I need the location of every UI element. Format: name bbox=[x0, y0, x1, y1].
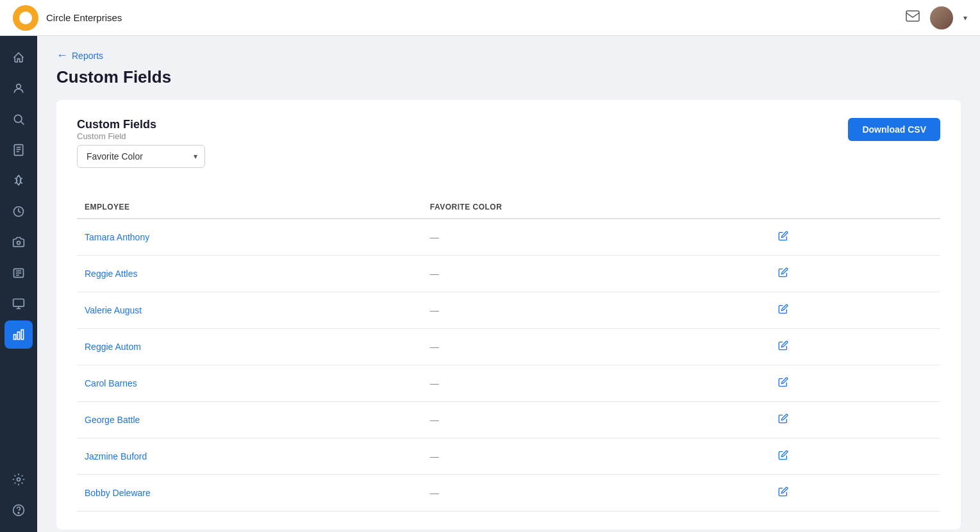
field-select-wrapper: Favorite Color Department Location ▾ bbox=[77, 145, 205, 168]
edit-button[interactable] bbox=[776, 228, 791, 246]
page-title: Custom Fields bbox=[56, 67, 961, 87]
sidebar-item-feedback[interactable] bbox=[4, 290, 33, 318]
sidebar bbox=[0, 36, 37, 532]
edit-button[interactable] bbox=[776, 265, 791, 283]
company-logo bbox=[13, 5, 38, 31]
employee-link[interactable]: Bobby Deleware bbox=[85, 488, 151, 498]
topbar: Circle Enterprises ▾ bbox=[0, 0, 980, 36]
action-cell bbox=[768, 329, 940, 365]
sidebar-item-timeoff[interactable] bbox=[4, 167, 33, 195]
employee-link[interactable]: Reggie Attles bbox=[85, 269, 138, 279]
table-row: Tamara Anthony — bbox=[77, 219, 940, 256]
avatar[interactable] bbox=[930, 6, 953, 29]
card-header: Custom Fields Custom Field Favorite Colo… bbox=[77, 118, 940, 183]
employee-cell: Valerie August bbox=[77, 292, 422, 329]
action-cell bbox=[768, 365, 940, 402]
action-cell bbox=[768, 292, 940, 329]
table-head: EMPLOYEE Favorite Color bbox=[77, 196, 940, 219]
app-body: ← Reports Custom Fields Custom Fields Cu… bbox=[0, 36, 980, 532]
breadcrumb-reports-link[interactable]: Reports bbox=[72, 51, 103, 61]
sidebar-item-people[interactable] bbox=[4, 74, 33, 103]
svg-rect-14 bbox=[13, 299, 24, 307]
company-name: Circle Enterprises bbox=[46, 12, 906, 23]
mail-icon[interactable] bbox=[906, 10, 920, 25]
edit-button[interactable] bbox=[776, 338, 791, 356]
svg-rect-16 bbox=[17, 332, 19, 340]
field-value: — bbox=[430, 305, 439, 315]
field-value: — bbox=[430, 378, 439, 388]
value-cell: — bbox=[422, 256, 768, 292]
value-cell: — bbox=[422, 219, 768, 256]
table-row: Jazmine Buford — bbox=[77, 438, 940, 475]
sidebar-item-search[interactable] bbox=[4, 105, 33, 133]
value-cell: — bbox=[422, 402, 768, 438]
action-cell bbox=[768, 402, 940, 438]
employee-cell: Bobby Deleware bbox=[77, 475, 422, 511]
svg-point-9 bbox=[17, 241, 21, 244]
svg-rect-17 bbox=[21, 330, 23, 340]
custom-field-select[interactable]: Favorite Color Department Location bbox=[77, 145, 205, 168]
field-value: — bbox=[430, 488, 439, 498]
table-row: Valerie August — bbox=[77, 292, 940, 329]
edit-button[interactable] bbox=[776, 447, 791, 465]
table-row: Bobby Deleware — bbox=[77, 475, 940, 511]
sidebar-item-analytics[interactable] bbox=[4, 320, 33, 349]
svg-rect-15 bbox=[14, 335, 16, 340]
employee-cell: Jazmine Buford bbox=[77, 438, 422, 475]
download-csv-button[interactable]: Download CSV bbox=[848, 118, 940, 141]
employees-table: EMPLOYEE Favorite Color Tamara Anthony — bbox=[77, 196, 940, 511]
field-label: Custom Field bbox=[77, 131, 205, 141]
field-value: — bbox=[430, 342, 439, 352]
sidebar-item-help[interactable] bbox=[4, 496, 33, 524]
topbar-right: ▾ bbox=[906, 6, 967, 29]
column-favorite-color: Favorite Color bbox=[422, 196, 768, 219]
employee-link[interactable]: Tamara Anthony bbox=[85, 232, 149, 242]
svg-rect-0 bbox=[906, 11, 919, 21]
field-value: — bbox=[430, 232, 439, 242]
edit-button[interactable] bbox=[776, 411, 791, 429]
employee-link[interactable]: Carol Barnes bbox=[85, 378, 137, 388]
edit-button[interactable] bbox=[776, 301, 791, 319]
employee-link[interactable]: Reggie Autom bbox=[85, 342, 141, 352]
card-header-left: Custom Fields Custom Field Favorite Colo… bbox=[77, 118, 205, 183]
table-body: Tamara Anthony — Reggie Attles — bbox=[77, 219, 940, 511]
value-cell: — bbox=[422, 438, 768, 475]
svg-point-18 bbox=[17, 478, 21, 481]
table-row: Carol Barnes — bbox=[77, 365, 940, 402]
table-row: Reggie Attles — bbox=[77, 256, 940, 292]
value-cell: — bbox=[422, 292, 768, 329]
content-area: ← Reports Custom Fields Custom Fields Cu… bbox=[37, 36, 980, 532]
sidebar-item-home[interactable] bbox=[4, 44, 33, 72]
sidebar-item-time[interactable] bbox=[4, 197, 33, 226]
sidebar-item-settings[interactable] bbox=[4, 465, 33, 494]
svg-point-2 bbox=[14, 115, 22, 122]
card-title: Custom Fields bbox=[77, 118, 205, 131]
employee-cell: Reggie Attles bbox=[77, 256, 422, 292]
action-cell bbox=[768, 219, 940, 256]
custom-fields-card: Custom Fields Custom Field Favorite Colo… bbox=[56, 100, 961, 529]
breadcrumb: ← Reports bbox=[56, 49, 961, 62]
field-value: — bbox=[430, 269, 439, 279]
back-arrow-icon[interactable]: ← bbox=[56, 49, 68, 62]
sidebar-item-docs[interactable] bbox=[4, 136, 33, 164]
column-actions bbox=[768, 196, 940, 219]
employee-cell: Tamara Anthony bbox=[77, 219, 422, 256]
field-value: — bbox=[430, 415, 439, 425]
field-value: — bbox=[430, 451, 439, 461]
employee-cell: George Battle bbox=[77, 402, 422, 438]
svg-point-1 bbox=[17, 84, 21, 88]
employee-link[interactable]: George Battle bbox=[85, 415, 140, 425]
sidebar-item-camera[interactable] bbox=[4, 228, 33, 256]
edit-button[interactable] bbox=[776, 374, 791, 392]
employee-link[interactable]: Valerie August bbox=[85, 305, 142, 315]
employee-cell: Reggie Autom bbox=[77, 329, 422, 365]
table-header-row: EMPLOYEE Favorite Color bbox=[77, 196, 940, 219]
table-row: Reggie Autom — bbox=[77, 329, 940, 365]
edit-button[interactable] bbox=[776, 484, 791, 502]
user-menu-chevron-icon[interactable]: ▾ bbox=[963, 13, 967, 22]
sidebar-item-list[interactable] bbox=[4, 259, 33, 287]
employee-link[interactable]: Jazmine Buford bbox=[85, 451, 147, 461]
employee-cell: Carol Barnes bbox=[77, 365, 422, 402]
action-cell bbox=[768, 438, 940, 475]
svg-point-20 bbox=[18, 512, 19, 513]
